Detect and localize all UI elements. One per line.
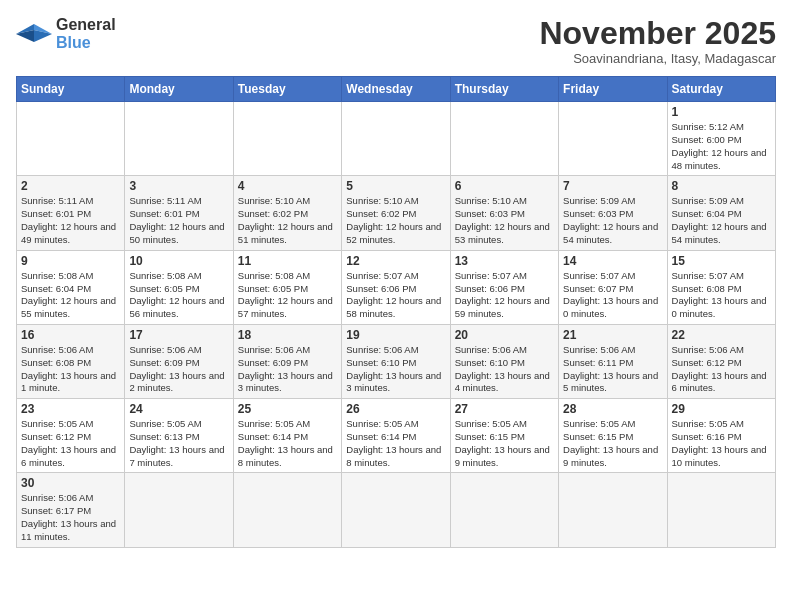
day-info: Sunrise: 5:07 AM Sunset: 6:06 PM Dayligh…	[346, 270, 445, 321]
col-thursday: Thursday	[450, 77, 558, 102]
day-number: 26	[346, 402, 445, 416]
table-row: 28Sunrise: 5:05 AM Sunset: 6:15 PM Dayli…	[559, 399, 667, 473]
day-number: 23	[21, 402, 120, 416]
day-info: Sunrise: 5:10 AM Sunset: 6:02 PM Dayligh…	[346, 195, 445, 246]
table-row: 14Sunrise: 5:07 AM Sunset: 6:07 PM Dayli…	[559, 250, 667, 324]
day-info: Sunrise: 5:09 AM Sunset: 6:03 PM Dayligh…	[563, 195, 662, 246]
calendar-week-row: 16Sunrise: 5:06 AM Sunset: 6:08 PM Dayli…	[17, 324, 776, 398]
table-row: 9Sunrise: 5:08 AM Sunset: 6:04 PM Daylig…	[17, 250, 125, 324]
day-info: Sunrise: 5:05 AM Sunset: 6:15 PM Dayligh…	[455, 418, 554, 469]
calendar-week-row: 23Sunrise: 5:05 AM Sunset: 6:12 PM Dayli…	[17, 399, 776, 473]
day-number: 8	[672, 179, 771, 193]
table-row: 13Sunrise: 5:07 AM Sunset: 6:06 PM Dayli…	[450, 250, 558, 324]
table-row: 17Sunrise: 5:06 AM Sunset: 6:09 PM Dayli…	[125, 324, 233, 398]
day-number: 28	[563, 402, 662, 416]
day-number: 7	[563, 179, 662, 193]
day-info: Sunrise: 5:10 AM Sunset: 6:03 PM Dayligh…	[455, 195, 554, 246]
table-row: 6Sunrise: 5:10 AM Sunset: 6:03 PM Daylig…	[450, 176, 558, 250]
day-info: Sunrise: 5:08 AM Sunset: 6:05 PM Dayligh…	[238, 270, 337, 321]
day-number: 16	[21, 328, 120, 342]
table-row: 2Sunrise: 5:11 AM Sunset: 6:01 PM Daylig…	[17, 176, 125, 250]
day-info: Sunrise: 5:06 AM Sunset: 6:10 PM Dayligh…	[346, 344, 445, 395]
table-row: 18Sunrise: 5:06 AM Sunset: 6:09 PM Dayli…	[233, 324, 341, 398]
subtitle: Soavinandriana, Itasy, Madagascar	[539, 51, 776, 66]
col-friday: Friday	[559, 77, 667, 102]
table-row: 5Sunrise: 5:10 AM Sunset: 6:02 PM Daylig…	[342, 176, 450, 250]
calendar-table: Sunday Monday Tuesday Wednesday Thursday…	[16, 76, 776, 548]
day-number: 30	[21, 476, 120, 490]
day-info: Sunrise: 5:05 AM Sunset: 6:16 PM Dayligh…	[672, 418, 771, 469]
col-sunday: Sunday	[17, 77, 125, 102]
table-row	[559, 473, 667, 547]
calendar-week-row: 9Sunrise: 5:08 AM Sunset: 6:04 PM Daylig…	[17, 250, 776, 324]
day-number: 22	[672, 328, 771, 342]
day-info: Sunrise: 5:07 AM Sunset: 6:07 PM Dayligh…	[563, 270, 662, 321]
table-row: 29Sunrise: 5:05 AM Sunset: 6:16 PM Dayli…	[667, 399, 775, 473]
table-row: 19Sunrise: 5:06 AM Sunset: 6:10 PM Dayli…	[342, 324, 450, 398]
table-row	[342, 473, 450, 547]
day-number: 25	[238, 402, 337, 416]
table-row	[125, 102, 233, 176]
day-info: Sunrise: 5:05 AM Sunset: 6:14 PM Dayligh…	[346, 418, 445, 469]
day-number: 3	[129, 179, 228, 193]
table-row: 20Sunrise: 5:06 AM Sunset: 6:10 PM Dayli…	[450, 324, 558, 398]
day-info: Sunrise: 5:06 AM Sunset: 6:09 PM Dayligh…	[129, 344, 228, 395]
col-wednesday: Wednesday	[342, 77, 450, 102]
table-row: 7Sunrise: 5:09 AM Sunset: 6:03 PM Daylig…	[559, 176, 667, 250]
table-row: 12Sunrise: 5:07 AM Sunset: 6:06 PM Dayli…	[342, 250, 450, 324]
logo-icon	[16, 20, 52, 48]
table-row: 8Sunrise: 5:09 AM Sunset: 6:04 PM Daylig…	[667, 176, 775, 250]
day-info: Sunrise: 5:11 AM Sunset: 6:01 PM Dayligh…	[21, 195, 120, 246]
table-row	[17, 102, 125, 176]
day-info: Sunrise: 5:06 AM Sunset: 6:10 PM Dayligh…	[455, 344, 554, 395]
day-number: 20	[455, 328, 554, 342]
col-monday: Monday	[125, 77, 233, 102]
day-number: 13	[455, 254, 554, 268]
day-number: 12	[346, 254, 445, 268]
day-number: 19	[346, 328, 445, 342]
day-number: 10	[129, 254, 228, 268]
table-row: 3Sunrise: 5:11 AM Sunset: 6:01 PM Daylig…	[125, 176, 233, 250]
day-info: Sunrise: 5:06 AM Sunset: 6:17 PM Dayligh…	[21, 492, 120, 543]
day-info: Sunrise: 5:07 AM Sunset: 6:06 PM Dayligh…	[455, 270, 554, 321]
day-info: Sunrise: 5:06 AM Sunset: 6:12 PM Dayligh…	[672, 344, 771, 395]
month-title: November 2025	[539, 16, 776, 51]
page: General Blue November 2025 Soavinandrian…	[0, 0, 792, 612]
logo-text: General Blue	[56, 16, 116, 51]
day-number: 27	[455, 402, 554, 416]
day-info: Sunrise: 5:06 AM Sunset: 6:08 PM Dayligh…	[21, 344, 120, 395]
table-row: 1Sunrise: 5:12 AM Sunset: 6:00 PM Daylig…	[667, 102, 775, 176]
day-info: Sunrise: 5:05 AM Sunset: 6:15 PM Dayligh…	[563, 418, 662, 469]
table-row: 15Sunrise: 5:07 AM Sunset: 6:08 PM Dayli…	[667, 250, 775, 324]
table-row	[233, 473, 341, 547]
day-number: 11	[238, 254, 337, 268]
day-number: 24	[129, 402, 228, 416]
title-block: November 2025 Soavinandriana, Itasy, Mad…	[539, 16, 776, 66]
day-number: 14	[563, 254, 662, 268]
day-number: 6	[455, 179, 554, 193]
day-info: Sunrise: 5:06 AM Sunset: 6:09 PM Dayligh…	[238, 344, 337, 395]
table-row: 4Sunrise: 5:10 AM Sunset: 6:02 PM Daylig…	[233, 176, 341, 250]
col-tuesday: Tuesday	[233, 77, 341, 102]
day-number: 29	[672, 402, 771, 416]
header: General Blue November 2025 Soavinandrian…	[16, 16, 776, 66]
table-row	[667, 473, 775, 547]
calendar-week-row: 30Sunrise: 5:06 AM Sunset: 6:17 PM Dayli…	[17, 473, 776, 547]
day-info: Sunrise: 5:05 AM Sunset: 6:13 PM Dayligh…	[129, 418, 228, 469]
day-info: Sunrise: 5:08 AM Sunset: 6:05 PM Dayligh…	[129, 270, 228, 321]
day-number: 1	[672, 105, 771, 119]
table-row: 30Sunrise: 5:06 AM Sunset: 6:17 PM Dayli…	[17, 473, 125, 547]
calendar-week-row: 2Sunrise: 5:11 AM Sunset: 6:01 PM Daylig…	[17, 176, 776, 250]
table-row: 10Sunrise: 5:08 AM Sunset: 6:05 PM Dayli…	[125, 250, 233, 324]
table-row: 11Sunrise: 5:08 AM Sunset: 6:05 PM Dayli…	[233, 250, 341, 324]
table-row	[233, 102, 341, 176]
day-number: 5	[346, 179, 445, 193]
col-saturday: Saturday	[667, 77, 775, 102]
table-row: 24Sunrise: 5:05 AM Sunset: 6:13 PM Dayli…	[125, 399, 233, 473]
day-info: Sunrise: 5:08 AM Sunset: 6:04 PM Dayligh…	[21, 270, 120, 321]
logo: General Blue	[16, 16, 116, 51]
calendar-week-row: 1Sunrise: 5:12 AM Sunset: 6:00 PM Daylig…	[17, 102, 776, 176]
day-info: Sunrise: 5:10 AM Sunset: 6:02 PM Dayligh…	[238, 195, 337, 246]
day-info: Sunrise: 5:07 AM Sunset: 6:08 PM Dayligh…	[672, 270, 771, 321]
day-info: Sunrise: 5:12 AM Sunset: 6:00 PM Dayligh…	[672, 121, 771, 172]
